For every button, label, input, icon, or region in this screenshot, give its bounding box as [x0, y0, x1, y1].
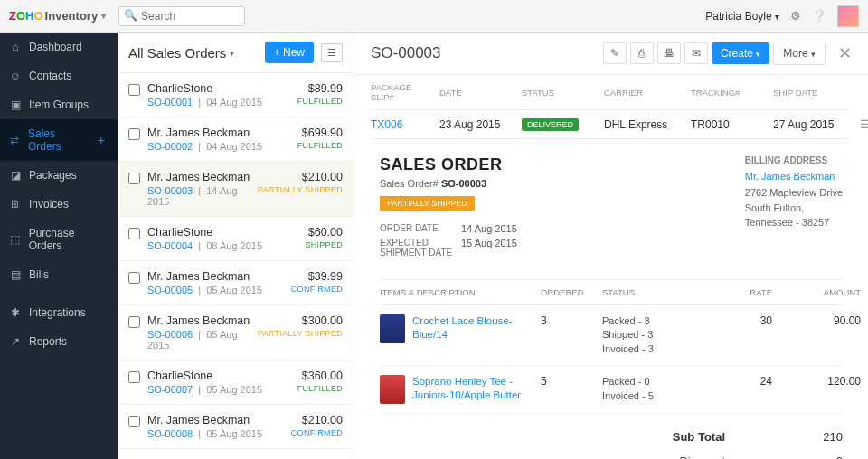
sidebar-item-dashboard[interactable]: ⌂Dashboard	[0, 33, 118, 61]
mail-icon[interactable]: ✉	[684, 42, 708, 64]
create-button[interactable]: Create ▾	[712, 42, 769, 64]
list-title[interactable]: All Sales Orders	[128, 45, 226, 61]
shipment-row[interactable]: TX006 23 Aug 2015 DELIVERED DHL Express …	[371, 110, 852, 139]
nav-icon: ⬚	[9, 233, 22, 246]
discount-label: Discount	[653, 454, 761, 459]
search-input[interactable]	[118, 6, 245, 26]
sidebar-item-packages[interactable]: ◪Packages	[0, 161, 118, 190]
item-link[interactable]: Soprano Henley Tee - Juniors-10/Apple Bu…	[412, 375, 533, 404]
order-link[interactable]: SO-00006	[147, 329, 193, 340]
row-checkbox[interactable]	[128, 371, 140, 383]
sidebar-item-sales-orders[interactable]: ⇄Sales Orders+	[0, 119, 118, 161]
add-icon[interactable]: +	[94, 133, 108, 147]
help-icon[interactable]: ❔	[812, 9, 826, 23]
detail-title: SO-00003	[371, 44, 441, 62]
pdf-icon[interactable]: ⎙	[630, 42, 654, 64]
item-row: Soprano Henley Tee - Juniors-10/Apple Bu…	[380, 366, 843, 414]
edit-icon[interactable]: ✎	[603, 42, 627, 64]
order-link[interactable]: SO-00005	[147, 285, 193, 295]
order-link[interactable]: SO-00002	[147, 141, 193, 152]
item-link[interactable]: Crochet Lace Blouse-Blue/14	[412, 314, 533, 343]
row-checkbox[interactable]	[128, 416, 140, 427]
status-text: SHIPPED	[305, 240, 343, 249]
nav-icon: ◪	[9, 169, 22, 182]
order-link[interactable]: SO-00001	[147, 97, 193, 108]
status-text: CONFIRMED	[291, 285, 343, 294]
order-number: Sales Order# SO-00003	[380, 178, 517, 189]
nav-icon: ▣	[9, 98, 22, 111]
order-link[interactable]: SO-00004	[147, 240, 193, 251]
list-item[interactable]: Mr. James BeckmanSO-00005 | 05 Aug 2015$…	[118, 261, 354, 305]
list-item[interactable]: Mr. James BeckmanSO-00008 | 05 Aug 2015$…	[118, 405, 354, 449]
nav-icon: ⇄	[9, 134, 21, 146]
nav-icon: ☺	[9, 70, 22, 82]
subtotal-label: Sub Total	[653, 430, 761, 444]
detail-pane: SO-00003 ✎ ⎙ 🖶 ✉ Create ▾ More ▾ ✕ PACKA…	[354, 33, 868, 459]
items-header: ITEMS & DESCRIPTION ORDERED STATUS RATE …	[380, 279, 843, 305]
sidebar-item-integrations[interactable]: ✱Integrations	[0, 298, 118, 327]
status-badge: DELIVERED	[522, 118, 579, 131]
list-menu-icon[interactable]: ☰	[321, 43, 343, 62]
item-thumbnail	[380, 314, 405, 343]
nav-icon: 🗎	[9, 198, 22, 211]
status-text: PARTIALLY SHIPPED	[258, 329, 343, 338]
avatar[interactable]	[837, 5, 859, 27]
status-text: CONFIRMED	[291, 428, 343, 437]
row-checkbox[interactable]	[128, 173, 140, 184]
item-thumbnail	[380, 375, 405, 404]
status-text: PARTIALLY SHIPPED	[258, 185, 343, 194]
nav-icon: ▤	[9, 268, 22, 281]
new-button[interactable]: + New	[265, 42, 314, 63]
search-icon: 🔍	[124, 9, 137, 22]
status-text: FULFILLED	[297, 97, 343, 106]
order-link[interactable]: SO-00003	[147, 185, 193, 196]
list-item[interactable]: CharlieStoneSO-00001 | 04 Aug 2015$89.99…	[118, 73, 354, 117]
order-heading: SALES ORDER	[380, 155, 517, 174]
brand-caret-icon: ▾	[101, 11, 106, 21]
chevron-down-icon: ▾	[811, 50, 816, 59]
status-text: FULFILLED	[297, 141, 343, 150]
list-item[interactable]: Mr. Jeremy MillerSO-00009 | 05 Aug 2015$…	[118, 449, 354, 459]
billing-name-link[interactable]: Mr. James Beckman	[745, 171, 843, 182]
row-checkbox[interactable]	[128, 128, 140, 140]
sidebar-item-contacts[interactable]: ☺Contacts	[0, 61, 118, 90]
package-slip-link[interactable]: TX006	[371, 118, 434, 131]
sidebar-item-reports[interactable]: ↗Reports	[0, 327, 118, 356]
row-checkbox[interactable]	[128, 272, 140, 284]
list-item[interactable]: Mr. James BeckmanSO-00006 | 05 Aug 2015$…	[118, 305, 354, 361]
sidebar-item-invoices[interactable]: 🗎Invoices	[0, 190, 118, 219]
more-button[interactable]: More ▾	[773, 42, 826, 65]
chevron-down-icon: ▾	[756, 50, 760, 59]
search-wrap: 🔍	[118, 6, 245, 26]
sidebar-item-item-groups[interactable]: ▣Item Groups	[0, 90, 118, 119]
row-checkbox[interactable]	[128, 84, 140, 96]
list-column: All Sales Orders ▾ + New ☰ CharlieStoneS…	[118, 33, 354, 459]
list-item[interactable]: Mr. James BeckmanSO-00002 | 04 Aug 2015$…	[118, 117, 354, 162]
nav-icon: ✱	[9, 306, 22, 319]
close-icon[interactable]: ✕	[838, 43, 852, 63]
chevron-down-icon: ▾	[230, 48, 234, 58]
list-item[interactable]: Mr. James BeckmanSO-00003 | 14 Aug 2015$…	[118, 162, 354, 217]
chevron-down-icon: ▾	[775, 12, 779, 22]
nav-icon: ⌂	[9, 41, 22, 53]
order-link[interactable]: SO-00008	[147, 428, 193, 439]
shipment-header: PACKAGE SLIP# DATE STATUS CARRIER TRACKI…	[371, 75, 852, 110]
print-icon[interactable]: 🖶	[657, 42, 681, 64]
user-menu[interactable]: Patricia Boyle ▾	[705, 10, 779, 23]
row-checkbox[interactable]	[128, 316, 140, 328]
topbar: ZOHO Inventory ▾ 🔍 Patricia Boyle ▾ ⚙ ❔	[0, 0, 868, 33]
logo[interactable]: ZOHO Inventory ▾	[9, 9, 106, 23]
status-text: FULFILLED	[297, 384, 343, 393]
list-item[interactable]: CharlieStoneSO-00004 | 08 Aug 2015$60.00…	[118, 217, 354, 261]
list-item[interactable]: CharlieStoneSO-00007 | 05 Aug 2015$360.0…	[118, 361, 354, 405]
sidebar: ⌂Dashboard☺Contacts▣Item Groups⇄Sales Or…	[0, 33, 118, 459]
row-menu-icon[interactable]: ☰	[860, 118, 868, 131]
sidebar-item-purchase-orders[interactable]: ⬚Purchase Orders	[0, 219, 118, 260]
row-checkbox[interactable]	[128, 228, 140, 239]
item-row: Crochet Lace Blouse-Blue/143Packed - 3Sh…	[380, 305, 843, 366]
gear-icon[interactable]: ⚙	[790, 9, 801, 23]
status-badge: PARTIALLY SHIPPED	[380, 196, 475, 211]
sidebar-item-bills[interactable]: ▤Bills	[0, 260, 118, 289]
billing-address: BILLING ADDRESS Mr. James Beckman 2762 M…	[745, 155, 843, 261]
order-link[interactable]: SO-00007	[147, 384, 193, 395]
